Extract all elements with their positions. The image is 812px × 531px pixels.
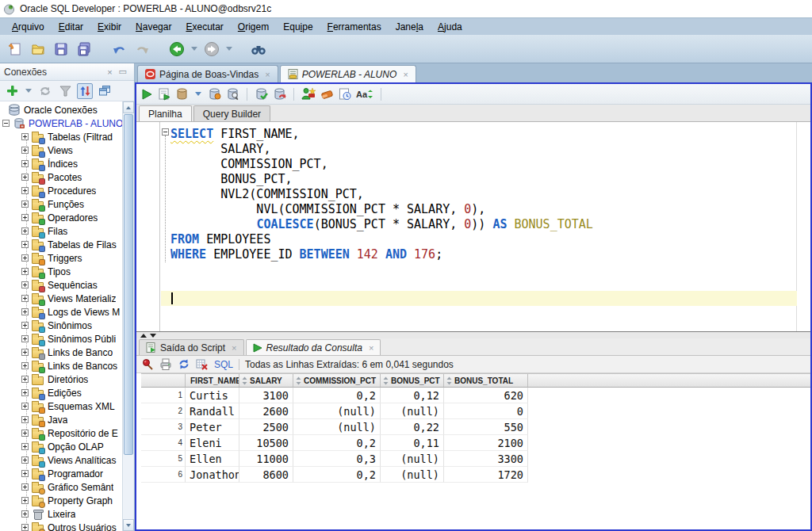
tab-welcome-page[interactable]: Página de Boas-Vindas [137,65,278,82]
expand-icon[interactable] [21,254,29,262]
add-connection-dropdown-icon[interactable] [25,89,32,93]
table-row[interactable]: 5 Ellen 11000 0,3 (null) 3300 [141,451,810,467]
sql-link[interactable]: SQL [214,359,233,370]
tree-item[interactable]: Opção OLAP [0,440,122,453]
tree-item[interactable]: Programador [0,467,122,480]
monitor-button[interactable] [339,86,351,102]
tab-script-output[interactable]: Saída do Script [139,339,244,355]
expand-icon[interactable] [21,308,29,315]
expand-icon[interactable] [21,389,29,396]
expand-icon[interactable] [21,457,29,464]
tree-item[interactable]: Links de Banco [0,346,122,359]
tree-item[interactable]: Pacotes [0,170,122,184]
scroll-down-icon[interactable] [123,519,134,531]
tab-close-icon[interactable] [369,343,373,353]
column-header[interactable]: BONUS_TOTAL [444,374,528,387]
expand-icon[interactable] [21,376,29,383]
tree-item[interactable]: Operadores [0,211,122,224]
sql-history-button[interactable] [301,86,316,102]
sort-icon[interactable] [446,376,452,385]
column-header[interactable]: FIRST_NAME [186,374,239,387]
tree-item-connection[interactable]: POWERLAB - ALUNO [0,117,122,130]
sql-find-button[interactable] [226,86,239,102]
expand-icon[interactable] [21,187,29,194]
expand-icon[interactable] [21,403,29,410]
explain-plan-button[interactable] [208,86,221,102]
run-statement-button[interactable] [140,86,153,102]
tree-item[interactable]: Tipos [0,265,122,278]
expand-icon[interactable] [21,349,29,356]
splitter-up-icon[interactable] [140,334,147,338]
menu-item[interactable]: Equipe [276,20,320,34]
expand-icon[interactable] [21,268,29,275]
sort-icon[interactable] [242,376,247,385]
tree-item[interactable]: Funções [0,197,122,211]
tree-item[interactable]: Índices [0,157,122,170]
back-dropdown-arrow-icon[interactable] [191,47,197,51]
open-file-button[interactable] [28,39,48,59]
expand-icon[interactable] [21,362,29,369]
expand-icon[interactable] [21,281,29,288]
sort-icon[interactable] [296,376,301,385]
tree-item[interactable]: Java [0,413,122,426]
tree-item[interactable]: Repositório de E [0,426,122,440]
tree-item[interactable]: Tabelas de Filas [0,238,122,251]
expand-icon[interactable] [21,241,29,248]
menu-item[interactable]: Janela [389,20,431,34]
panel-minimize-icon[interactable]: ▭ [116,67,130,77]
pin-button[interactable] [142,358,154,370]
expand-icon[interactable] [21,430,29,437]
expand-icon[interactable] [21,147,29,154]
sort-connections-button[interactable] [77,83,93,99]
menu-item[interactable]: Origem [231,20,276,34]
expand-icon[interactable] [21,483,29,491]
clone-connection-button[interactable] [97,83,113,99]
expand-icon[interactable] [21,470,29,477]
expand-icon[interactable] [21,214,29,221]
tree-item[interactable]: Views Analíticas [0,453,122,467]
tree-item[interactable]: Edições [0,386,122,399]
column-header[interactable]: COMMISSION_PCT [293,374,381,387]
table-row[interactable]: 4 Eleni 10500 0,2 0,11 2100 [141,435,810,451]
menu-item[interactable]: Editar [52,20,90,34]
menu-item[interactable]: Ajuda [431,20,469,34]
menu-item[interactable]: Exibir [90,20,128,34]
tree-item-oracle-connections[interactable]: Oracle Conexões [0,103,122,117]
run-script-button[interactable] [158,86,170,102]
collapse-icon[interactable] [2,120,10,127]
tree-item[interactable]: Gráfico Semânt [0,480,122,494]
back-button[interactable] [167,39,187,59]
expand-icon[interactable] [21,133,29,140]
menu-item[interactable]: Executar [178,20,230,34]
undo-button[interactable] [109,39,129,59]
expand-icon[interactable] [21,510,29,518]
forward-dropdown-arrow-icon[interactable] [226,47,232,51]
search-button[interactable] [248,39,269,59]
expand-icon[interactable] [21,443,29,450]
table-row[interactable]: 1 Curtis 3100 0,2 0,12 620 [141,388,810,403]
refresh-grid-button[interactable] [178,358,190,370]
sql-editor[interactable]: SELECT FIRST_NAME, SALARY, COMMISSION_PC… [136,122,810,331]
tree-item[interactable]: Property Graph [0,494,122,507]
tree-item[interactable]: Links de Bancos [0,359,122,372]
expand-icon[interactable] [21,416,29,423]
tab-close-icon[interactable] [265,70,270,79]
delete-grid-button[interactable] [196,358,209,370]
commit-button[interactable] [255,86,268,102]
tree-item[interactable]: Views [0,143,122,157]
tab-query-result[interactable]: Resultado da Consulta [246,339,381,355]
expand-icon[interactable] [21,160,29,167]
autotrace-button[interactable] [175,86,189,102]
new-file-button[interactable] [5,39,25,59]
expand-icon[interactable] [21,295,29,302]
menu-item[interactable]: Arquivo [5,20,52,34]
tree-item[interactable]: Triggers [0,251,122,265]
tree-item[interactable]: Lixeira [0,507,122,521]
expand-icon[interactable] [21,524,29,531]
expand-icon[interactable] [21,174,29,181]
menu-item[interactable]: Ferramentas [320,20,389,34]
panel-close-icon[interactable]: × [104,67,115,77]
menu-item[interactable]: Navegar [128,20,178,34]
tab-powerlab-aluno[interactable]: POWERLAB - ALUNO [280,65,416,82]
fold-collapse-icon[interactable] [162,128,169,136]
